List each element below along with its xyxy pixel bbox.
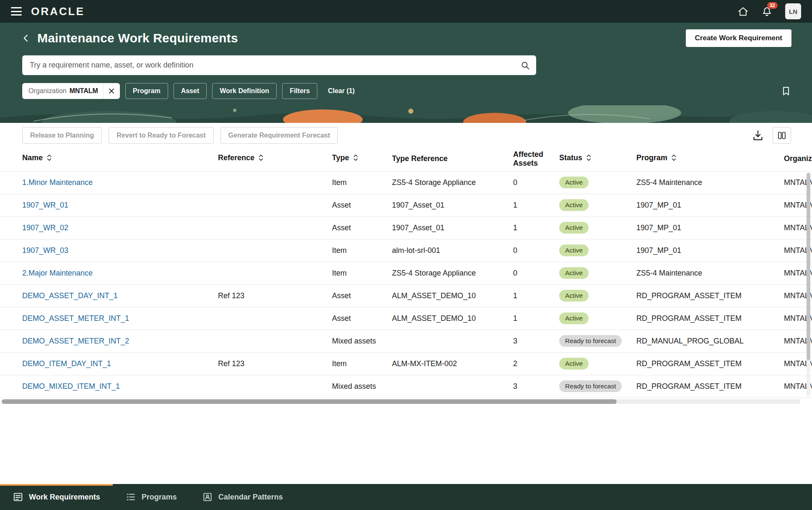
row-reference — [218, 171, 332, 194]
clear-filters-link[interactable]: Clear (1) — [328, 87, 355, 95]
row-name-link[interactable]: DEMO_ASSET_METER_INT_1 — [22, 314, 129, 323]
page-title: Maintenance Work Requirements — [37, 31, 238, 45]
create-work-requirement-button[interactable]: Create Work Requirement — [686, 29, 791, 47]
row-affected-assets: 3 — [513, 375, 559, 398]
download-icon[interactable] — [752, 129, 764, 142]
menu-icon[interactable] — [11, 7, 22, 16]
search-input[interactable] — [30, 61, 520, 70]
row-reference — [218, 307, 332, 330]
nav-item-work-requirements[interactable]: Work Requirements — [0, 484, 113, 510]
row-type-reference: ALM_ASSET_DEMO_10 — [392, 284, 513, 307]
decorative-banner-pattern — [0, 105, 812, 123]
row-type: Item — [332, 239, 392, 262]
nav-item-label: Programs — [142, 493, 177, 502]
revert-to-ready-button[interactable]: Revert to Ready to Forecast — [109, 127, 214, 144]
status-badge: Active — [559, 177, 589, 188]
table-body: 1.Minor Maintenance Item ZS5-4 Storage A… — [0, 171, 812, 398]
asset-filter-button[interactable]: Asset — [174, 83, 207, 99]
column-header-affected-assets: Affected Assets — [513, 147, 559, 171]
row-program: 1907_MP_01 — [636, 239, 784, 262]
filters-button[interactable]: Filters — [282, 83, 317, 99]
notifications-button[interactable]: 32 — [761, 6, 773, 17]
sort-icon — [586, 154, 591, 164]
row-program: RD_MANUAL_PROG_GLOBAL — [636, 330, 784, 352]
row-reference — [218, 239, 332, 262]
status-badge: Active — [559, 245, 589, 256]
release-to-planning-button[interactable]: Release to Planning — [22, 127, 102, 144]
row-name-link[interactable]: 1.Minor Maintenance — [22, 178, 93, 187]
nav-item-programs[interactable]: Programs — [113, 484, 189, 510]
row-type-reference: ALM-MX-ITEM-002 — [392, 352, 513, 375]
chip-value: MNTALM — [70, 87, 98, 95]
horizontal-scrollbar-thumb[interactable] — [2, 399, 617, 404]
row-type-reference: ZS5-4 Storage Appliance — [392, 262, 513, 284]
vertical-scrollbar-thumb[interactable] — [807, 173, 810, 360]
user-avatar[interactable]: LN — [785, 3, 801, 19]
row-type-reference: ZS5-4 Storage Appliance — [392, 171, 513, 194]
row-type: Asset — [332, 194, 392, 216]
row-type: Asset — [332, 284, 392, 307]
program-filter-button[interactable]: Program — [125, 83, 168, 99]
column-header-reference[interactable]: Reference — [218, 147, 332, 171]
column-header-status[interactable]: Status — [559, 147, 636, 171]
vertical-scrollbar[interactable] — [807, 173, 810, 396]
column-header-type[interactable]: Type — [332, 147, 392, 171]
row-reference: Ref 123 — [218, 352, 332, 375]
status-badge: Active — [559, 222, 589, 234]
home-icon[interactable] — [737, 6, 749, 17]
row-name-link[interactable]: DEMO_ITEM_DAY_INT_1 — [22, 359, 111, 368]
row-program: ZS5-4 Maintenance — [636, 171, 784, 194]
row-affected-assets: 0 — [513, 171, 559, 194]
row-name-link[interactable]: DEMO_MIXED_ITEM_INT_1 — [22, 382, 120, 390]
row-type: Item — [332, 171, 392, 194]
status-badge: Active — [559, 312, 589, 324]
row-name-link[interactable]: DEMO_ASSET_METER_INT_2 — [22, 337, 129, 345]
status-badge: Active — [559, 358, 589, 369]
bookmark-icon[interactable] — [781, 86, 791, 96]
nav-item-calendar-patterns[interactable]: Calendar Patterns — [189, 484, 296, 510]
topbar-actions: 32 LN — [737, 3, 801, 19]
status-badge: Ready to forecast — [559, 380, 622, 392]
sort-icon — [353, 154, 358, 164]
row-name-link[interactable]: 2.Major Maintenance — [22, 269, 93, 277]
row-type: Mixed assets — [332, 330, 392, 352]
sort-icon — [258, 154, 264, 164]
search-bar — [22, 55, 536, 75]
chip-close-icon[interactable] — [103, 83, 120, 99]
work-definition-filter-button[interactable]: Work Definition — [212, 83, 277, 99]
table-row: 1907_WR_02 Asset 1907_Asset_01 1 Active … — [0, 216, 812, 239]
sort-icon — [47, 154, 52, 164]
row-affected-assets: 1 — [513, 307, 559, 330]
table-header-row: Name Reference Type Type Reference Affec… — [0, 147, 812, 171]
status-badge: Active — [559, 199, 589, 211]
organization-filter-chip[interactable]: Organization MNTALM — [22, 83, 120, 99]
row-type-reference: 1907_Asset_01 — [392, 216, 513, 239]
calendar-patterns-icon — [202, 492, 213, 502]
row-name-link[interactable]: DEMO_ASSET_DAY_INT_1 — [22, 291, 118, 300]
row-type-reference: 1907_Asset_01 — [392, 194, 513, 216]
status-badge: Ready to forecast — [559, 335, 622, 347]
oracle-logo: ORACLE — [31, 5, 85, 18]
row-type: Asset — [332, 216, 392, 239]
row-type: Item — [332, 262, 392, 284]
table-row: 1907_WR_03 Item alm-lot-srl-001 0 Active… — [0, 239, 812, 262]
row-name-link[interactable]: 1907_WR_01 — [22, 201, 68, 209]
column-header-program[interactable]: Program — [636, 147, 784, 171]
row-name-link[interactable]: 1907_WR_02 — [22, 224, 68, 232]
requirements-table-container: Name Reference Type Type Reference Affec… — [0, 147, 812, 398]
horizontal-scrollbar[interactable] — [2, 399, 800, 404]
row-affected-assets: 1 — [513, 216, 559, 239]
table-row: DEMO_ITEM_DAY_INT_1 Ref 123 Item ALM-MX-… — [0, 352, 812, 375]
row-reference — [218, 262, 332, 284]
app-root: ORACLE 32 LN Maintenance Work Requiremen… — [0, 0, 812, 510]
column-header-name[interactable]: Name — [0, 147, 218, 171]
row-affected-assets: 1 — [513, 284, 559, 307]
back-icon[interactable] — [21, 33, 31, 44]
notification-count-badge: 32 — [767, 2, 778, 9]
row-name-link[interactable]: 1907_WR_03 — [22, 246, 68, 255]
generate-forecast-button[interactable]: Generate Requirement Forecast — [221, 127, 338, 144]
row-affected-assets: 1 — [513, 194, 559, 216]
bottom-navigation: Work Requirements Programs Calendar Patt… — [0, 484, 812, 510]
search-icon[interactable] — [520, 60, 530, 70]
manage-columns-button[interactable] — [773, 127, 791, 144]
